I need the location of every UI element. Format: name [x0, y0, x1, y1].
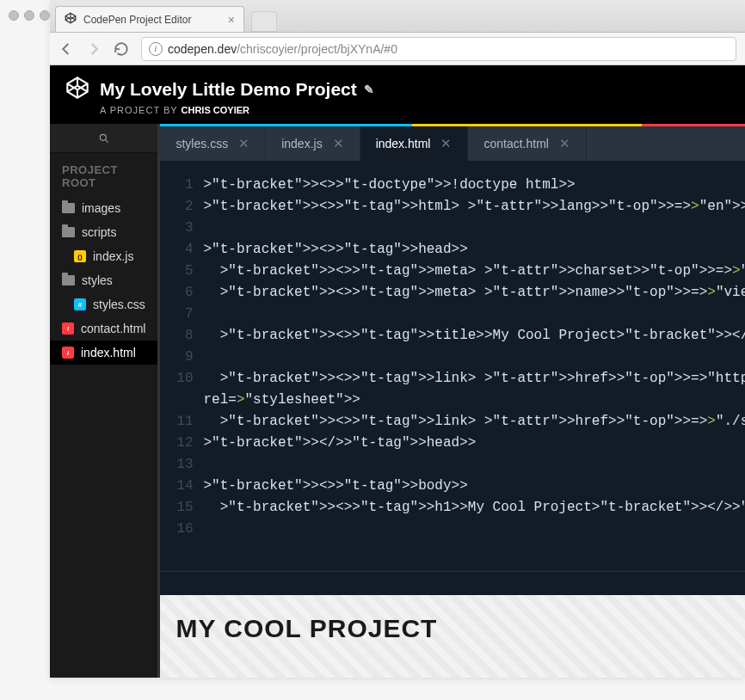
- html-file-icon: /: [62, 347, 74, 359]
- editor-area: styles.css✕index.js✕index.html✕contact.h…: [160, 124, 745, 678]
- browser-tab[interactable]: CodePen Project Editor ×: [55, 6, 244, 32]
- browser-tab-title: CodePen Project Editor: [83, 14, 191, 26]
- tree-item-label: styles.css: [93, 298, 145, 311]
- app-root: My Lovely Little Demo Project ✎ A PROJEC…: [50, 65, 745, 678]
- tree-item-label: styles: [82, 273, 113, 287]
- preview-pane: MY COOL PROJECT: [160, 595, 745, 678]
- file-item[interactable]: /index.html: [50, 341, 157, 365]
- editor-tab-label: styles.css: [175, 137, 228, 150]
- html-file-icon: /: [62, 322, 74, 335]
- minimize-dot-icon[interactable]: [24, 10, 34, 21]
- editor-tab[interactable]: index.js✕: [266, 126, 360, 161]
- file-item[interactable]: #styles.css: [50, 292, 157, 316]
- codepen-favicon-icon: [65, 12, 77, 27]
- tree-item-label: contact.html: [81, 322, 145, 335]
- close-tab-icon[interactable]: ✕: [440, 136, 452, 151]
- codepen-logo-icon: [65, 76, 89, 103]
- new-tab-button[interactable]: [251, 11, 277, 32]
- project-root-label: PROJECT ROOT: [50, 153, 157, 196]
- css-file-icon: #: [74, 298, 86, 310]
- close-tab-icon[interactable]: ×: [228, 13, 235, 27]
- site-info-icon[interactable]: i: [149, 42, 163, 56]
- svg-point-6: [100, 134, 106, 140]
- editor-tab-label: index.js: [281, 137, 322, 150]
- folder-icon: [62, 203, 75, 213]
- back-button[interactable]: [58, 41, 74, 57]
- preview-bar: PREVIEW: index.html: [160, 571, 745, 595]
- folder-item[interactable]: images: [50, 196, 157, 220]
- window-controls: [9, 10, 50, 21]
- preview-heading: MY COOL PROJECT: [175, 614, 745, 643]
- editor-tab-label: index.html: [376, 137, 431, 150]
- app-header: My Lovely Little Demo Project ✎ A PROJEC…: [50, 65, 745, 124]
- folder-item[interactable]: scripts: [50, 220, 157, 244]
- file-tree: imagesscripts()index.jsstyles#styles.css…: [50, 196, 157, 365]
- browser-window: CodePen Project Editor × i codepen.dev/c…: [50, 0, 745, 678]
- code-editor[interactable]: 12345678910111213141516 >"t-bracket">><>…: [160, 161, 745, 571]
- close-tab-icon[interactable]: ✕: [559, 136, 570, 151]
- reload-button[interactable]: [114, 41, 129, 57]
- line-gutter: 12345678910111213141516: [160, 175, 203, 571]
- editor-tab[interactable]: styles.css✕: [160, 126, 266, 161]
- zoom-dot-icon[interactable]: [40, 10, 50, 21]
- browser-tab-bar: CodePen Project Editor ×: [50, 0, 745, 33]
- project-subtitle: A PROJECT BY Chris Coyier: [100, 105, 730, 115]
- browser-toolbar: i codepen.dev/chriscoyier/project/bjXYnA…: [50, 33, 745, 65]
- subtitle-author: Chris Coyier: [182, 105, 249, 115]
- tree-item-label: scripts: [82, 225, 116, 239]
- close-dot-icon[interactable]: [9, 10, 19, 21]
- file-item[interactable]: /contact.html: [50, 316, 157, 341]
- project-title: My Lovely Little Demo Project: [100, 79, 357, 100]
- url-path: /chriscoyier/project/bjXYnA/#0: [237, 42, 397, 56]
- editor-tab-label: contact.html: [483, 137, 548, 150]
- forward-button[interactable]: [86, 41, 102, 57]
- svg-line-7: [105, 139, 108, 142]
- folder-item[interactable]: styles: [50, 268, 157, 292]
- tree-item-label: index.js: [93, 249, 133, 263]
- editor-tab[interactable]: contact.html✕: [468, 126, 586, 161]
- close-tab-icon[interactable]: ✕: [333, 136, 344, 151]
- js-file-icon: (): [74, 250, 86, 262]
- file-item[interactable]: ()index.js: [50, 244, 157, 268]
- editor-tab[interactable]: index.html✕: [360, 126, 469, 161]
- tree-item-label: images: [82, 201, 120, 215]
- folder-icon: [62, 227, 75, 237]
- sidebar-search[interactable]: [50, 124, 157, 153]
- sidebar: PROJECT ROOT imagesscripts()index.jsstyl…: [50, 124, 160, 678]
- url-host: codepen.dev: [168, 42, 237, 56]
- edit-title-icon[interactable]: ✎: [364, 83, 374, 96]
- editor-tabs: styles.css✕index.js✕index.html✕contact.h…: [160, 126, 745, 161]
- search-icon: [98, 132, 110, 144]
- folder-icon: [62, 275, 75, 286]
- subtitle-prefix: A PROJECT BY: [100, 105, 177, 115]
- code-content[interactable]: >"t-bracket">><>>"t-doctype">>!doctype h…: [203, 175, 745, 571]
- tree-item-label: index.html: [81, 346, 136, 359]
- close-tab-icon[interactable]: ✕: [238, 136, 249, 151]
- address-bar[interactable]: i codepen.dev/chriscoyier/project/bjXYnA…: [141, 37, 736, 61]
